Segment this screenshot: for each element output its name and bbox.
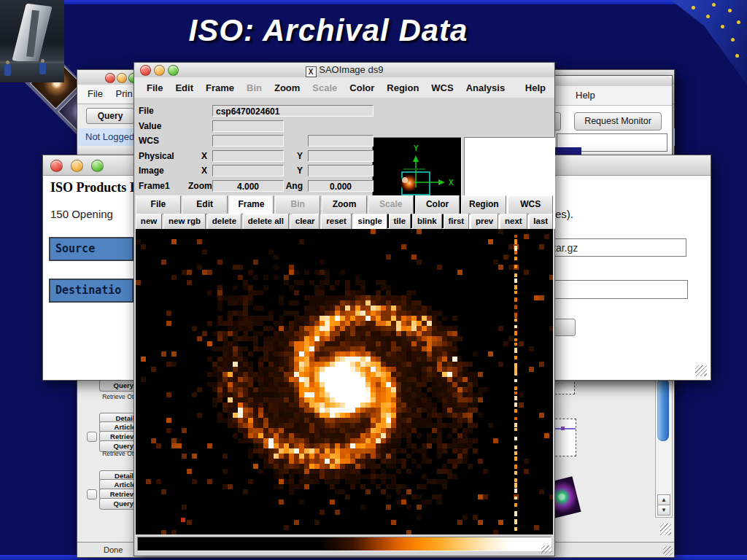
close-button[interactable] (50, 160, 63, 172)
ds9-menu-edit[interactable]: Edit (175, 82, 193, 93)
scroll-down-button[interactable]: ▼ (657, 505, 670, 516)
ds9-button-delete[interactable]: delete (207, 214, 241, 230)
window-title: SAOImage ds9 (319, 64, 383, 75)
ds9-menu-wcs[interactable]: WCS (431, 82, 453, 93)
zoom-button[interactable] (91, 160, 104, 172)
ds9-menu-zoom[interactable]: Zoom (274, 82, 300, 93)
ds9-menu-region[interactable]: Region (387, 82, 419, 93)
scrollbar-thumb[interactable] (657, 378, 669, 441)
login-status-text: Not Logged (85, 131, 134, 142)
ds9-frame-actions-toolbar: newnew rgbdeletedelete allclearresetsing… (136, 214, 553, 230)
query-button[interactable]: Query (86, 108, 134, 124)
info-sublabel-ang: Ang (284, 181, 303, 191)
minimize-button[interactable] (71, 160, 83, 172)
request-monitor-button[interactable]: Request Monitor (574, 112, 662, 131)
info-field-physical-2[interactable] (308, 150, 374, 162)
scroll-up-button[interactable]: ▲ (657, 494, 670, 505)
spectrum-plot-thumbnail (551, 419, 576, 456)
close-button[interactable] (105, 73, 115, 83)
destination-field[interactable] (549, 280, 688, 299)
info-field-value[interactable] (212, 120, 284, 132)
info-label-physical: Physical (139, 151, 188, 161)
opening-text-fragment: es). (555, 208, 573, 220)
info-field-wcs[interactable] (212, 135, 284, 147)
resize-grip[interactable] (695, 365, 707, 376)
info-sublabel-x: X (188, 166, 207, 176)
ds9-button-new-rgb[interactable]: new rgb (163, 214, 206, 230)
filename-field[interactable]: tar.gz (549, 238, 686, 257)
info-field-wcs-2[interactable] (308, 135, 374, 147)
person-figure (4, 64, 11, 76)
ds9-button-blink[interactable]: blink (412, 214, 442, 230)
ds9-button-wcs[interactable]: WCS (508, 195, 553, 214)
ds9-button-clear[interactable]: clear (290, 214, 320, 230)
panner-x-axis-label: X (449, 179, 454, 187)
info-field-file[interactable]: csp6470024601 (212, 105, 374, 117)
opening-text: 150 Opening (50, 208, 113, 220)
ds9-menu-help[interactable]: Help (525, 82, 546, 93)
info-label-image: Image (139, 166, 188, 176)
ds9-menu-color[interactable]: Color (349, 82, 374, 93)
ds9-button-tile[interactable]: tile (389, 214, 411, 230)
ds9-menu-bin: Bin (247, 82, 262, 93)
menu-print[interactable]: Prin (116, 88, 133, 99)
retrieve-checkbox[interactable] (87, 432, 97, 442)
ds9-button-first[interactable]: first (444, 214, 469, 230)
ds9-info-panel: Y X Filecsp6470024601ValueWCSPhysicalXYI… (134, 98, 554, 195)
ds9-button-scale: Scale (368, 195, 414, 214)
resize-grip[interactable] (541, 545, 552, 553)
x11-icon: X (306, 66, 317, 77)
ds9-button-frame[interactable]: Frame (229, 195, 274, 214)
ds9-button-bin: Bin (275, 195, 320, 214)
ds9-button-delete-all[interactable]: delete all (243, 214, 289, 230)
info-label-wcs: WCS (139, 136, 188, 146)
info-field-image-2[interactable] (308, 165, 374, 176)
resize-grip[interactable] (660, 524, 671, 535)
minimize-button[interactable] (117, 73, 127, 83)
retrieve-checkbox[interactable] (87, 489, 97, 499)
ds9-menu-file[interactable]: File (147, 82, 163, 93)
ds9-button-new[interactable]: new (136, 214, 162, 230)
source-button[interactable]: Source (49, 237, 133, 261)
ds9-menu-scale: Scale (312, 82, 337, 93)
slide: ISO: Archival Data File Prin Query Not L… (0, 0, 747, 560)
info-field-frame1[interactable]: 4.000 (212, 180, 284, 192)
info-sublabel-zoom: Zoom (188, 181, 207, 191)
info-sublabel-y: Y (284, 151, 303, 161)
ds9-button-zoom[interactable]: Zoom (322, 195, 367, 214)
ds9-menu-bar: FileEditFrameBinZoomScaleColorRegionWCSA… (134, 77, 554, 99)
ds9-menu-frame[interactable]: Frame (206, 82, 234, 93)
ds9-button-single[interactable]: single (353, 214, 387, 230)
resize-grip[interactable] (663, 546, 673, 556)
ds9-button-next[interactable]: next (500, 214, 527, 230)
ds9-frame-toolbar: FileEditFrameBinZoomScaleColorRegionWCS (136, 195, 553, 214)
info-field-physical[interactable] (212, 150, 284, 162)
info-label-frame1: Frame1 (139, 181, 188, 191)
panner-y-axis-label: Y (414, 144, 419, 152)
info-label-value: Value (139, 121, 188, 131)
menu-file[interactable]: File (88, 88, 103, 99)
info-sublabel-y: Y (284, 166, 303, 176)
ds9-menu-analysis[interactable]: Analysis (466, 82, 505, 93)
ds9-window: X SAOImage ds9 FileEditFrameBinZoomScale… (133, 62, 555, 556)
info-field-frame1-2[interactable]: 0.000 (308, 180, 374, 192)
image-display-galaxy[interactable] (136, 229, 553, 534)
products-title: ISO Products I (50, 180, 135, 195)
slide-top-border (0, 0, 747, 4)
person-figure (39, 63, 46, 74)
ds9-button-file[interactable]: File (136, 195, 181, 214)
ds9-button-prev[interactable]: prev (471, 214, 498, 230)
menu-help[interactable]: Help (576, 90, 595, 101)
ds9-button-last[interactable]: last (529, 214, 554, 230)
ds9-button-region[interactable]: Region (461, 195, 506, 214)
window-titlebar[interactable]: X SAOImage ds9 (134, 63, 554, 78)
ds9-button-edit[interactable]: Edit (182, 195, 228, 214)
destination-button[interactable]: Destinatio (49, 279, 133, 303)
ds9-button-reset[interactable]: reset (321, 214, 351, 230)
info-label-file: File (139, 106, 188, 116)
info-field-image[interactable] (212, 165, 284, 176)
status-text: Done (104, 545, 123, 554)
colorbar[interactable] (137, 537, 551, 551)
scrollbar[interactable]: ▲ ▼ (655, 376, 673, 518)
ds9-button-color[interactable]: Color (415, 195, 460, 214)
